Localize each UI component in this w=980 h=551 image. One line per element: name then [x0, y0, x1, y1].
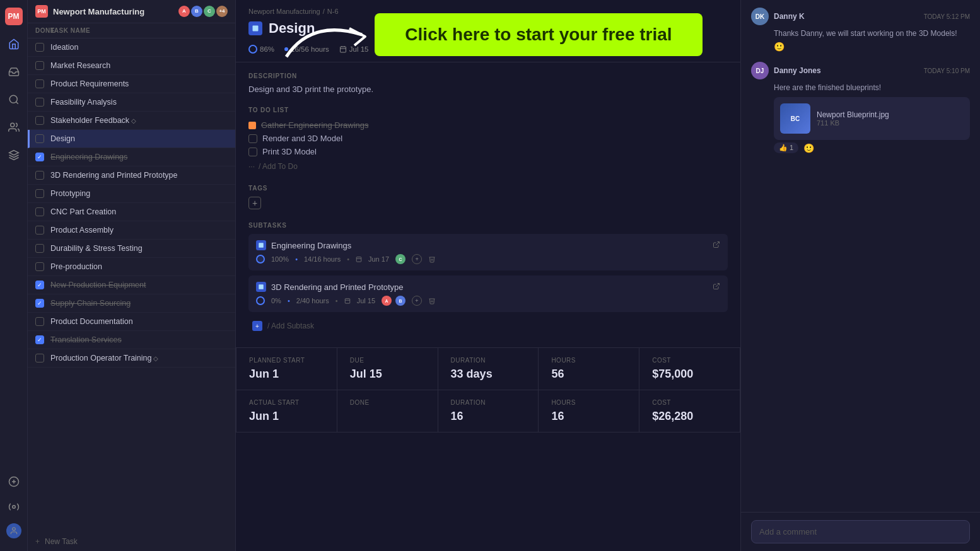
description-text: Design and 3D print the prototype.	[248, 84, 728, 94]
task-checkbox-5[interactable]	[35, 116, 44, 125]
add-task-row[interactable]: + New Task	[28, 532, 235, 551]
nav-layers-icon[interactable]	[5, 146, 23, 164]
task-checkbox-14[interactable]	[35, 281, 44, 289]
nav-home-icon[interactable]	[5, 35, 23, 53]
task-item-9[interactable]: Prototyping	[28, 185, 235, 203]
todo-done-icon	[248, 122, 256, 129]
actual-start-value: Jun 1	[249, 410, 324, 423]
actual-cost-value: $26,280	[652, 410, 727, 423]
add-subtask-button[interactable]: + / Add Subtask	[248, 317, 728, 335]
todo-check-2[interactable]	[248, 134, 257, 143]
task-item-3[interactable]: Product Requirements	[28, 75, 235, 93]
subtask-1-open-icon[interactable]	[713, 241, 720, 250]
task-checkbox-6[interactable]	[35, 134, 44, 143]
actual-done-label: DONE	[350, 399, 425, 406]
task-item-4[interactable]: Feasibility Analysis	[28, 93, 235, 112]
subtask-2-add-assignee[interactable]: +	[412, 296, 422, 306]
comment-input[interactable]	[751, 520, 970, 543]
task-name-11: Product Assembly	[50, 226, 228, 235]
subtask-item-2[interactable]: 3D Rendering and Printed Prototype 0% • …	[248, 276, 728, 312]
task-checkbox-16[interactable]	[35, 317, 44, 326]
todo-item-2[interactable]: Render and 3D Model	[248, 132, 728, 145]
nav-team-icon[interactable]	[5, 119, 23, 136]
task-item-2[interactable]: Market Research	[28, 57, 235, 75]
nav-inbox-icon[interactable]	[5, 63, 23, 81]
subtask-2-meta: 0% • 2/40 hours • Jul 15 A B +	[256, 296, 720, 306]
task-name-18: Production Operator Training	[50, 354, 228, 362]
task-checkbox-9[interactable]	[35, 189, 44, 198]
task-item-6[interactable]: Design	[28, 130, 235, 148]
cta-button[interactable]: Click here to start your free trial	[375, 13, 702, 56]
task-checkbox-10[interactable]	[35, 207, 44, 216]
subtask-2-open-icon[interactable]	[713, 282, 720, 292]
task-item-7[interactable]: Engineering Drawings	[28, 148, 235, 166]
comment-1-emoji[interactable]: 🙂	[774, 42, 785, 52]
subtask-1-delete-icon[interactable]	[428, 255, 436, 263]
task-item-16[interactable]: Product Documentation	[28, 313, 235, 331]
add-task-label: New Task	[45, 537, 78, 546]
subtask-2-icon	[256, 282, 266, 292]
subtask-item-1[interactable]: Engineering Drawings 100% • 14/16 hours …	[248, 234, 728, 270]
comment-2-author: Danny Jones	[774, 66, 919, 75]
app-icon[interactable]: PM	[5, 8, 23, 25]
task-item-14[interactable]: New Production Equipment	[28, 276, 235, 294]
subtask-1-add-assignee[interactable]: +	[412, 254, 422, 264]
subtask-2-delete-icon[interactable]	[428, 297, 436, 304]
nav-settings-icon[interactable]	[5, 498, 23, 516]
task-item-11[interactable]: Product Assembly	[28, 221, 235, 240]
main-detail-panel: Click here to start your free trial Newp…	[236, 0, 740, 551]
task-item-8[interactable]: 3D Rendering and Printed Prototype	[28, 166, 235, 185]
task-item-1[interactable]: Ideation	[28, 38, 235, 57]
task-checkbox-13[interactable]	[35, 262, 44, 271]
add-tag-button[interactable]: +	[248, 197, 261, 209]
description-label: DESCRIPTION	[248, 72, 728, 79]
task-name-10: CNC Part Creation	[50, 207, 228, 216]
task-checkbox-11[interactable]	[35, 226, 44, 235]
avatars-header: A B C +4	[178, 6, 228, 17]
task-checkbox-15[interactable]	[35, 299, 44, 308]
cost-value: $75,000	[652, 368, 727, 381]
task-list-scroll[interactable]: IdeationMarket ResearchProduct Requireme…	[28, 38, 235, 532]
task-checkbox-8[interactable]	[35, 171, 44, 180]
duration-cell: DURATION 33 days	[438, 348, 539, 390]
task-item-13[interactable]: Pre-production	[28, 258, 235, 276]
task-item-17[interactable]: Translation Services	[28, 331, 235, 349]
comment-2-emoji[interactable]: 🙂	[803, 143, 814, 153]
comment-1-author: Danny K	[774, 12, 919, 21]
task-checkbox-17[interactable]	[35, 335, 44, 344]
todo-text-1: Gather Engineering Drawings	[261, 120, 369, 130]
task-item-5[interactable]: Stakeholder Feedback	[28, 112, 235, 130]
project-title: Newport Manufacturing	[53, 7, 173, 16]
todo-item-1[interactable]: Gather Engineering Drawings	[248, 119, 728, 132]
due-label: DUE	[350, 357, 425, 364]
actual-done-cell: DONE	[337, 390, 438, 432]
hours-cell: HOURS 56	[539, 348, 639, 390]
task-item-12[interactable]: Durability & Stress Testing	[28, 240, 235, 258]
task-checkbox-12[interactable]	[35, 244, 44, 253]
attachment-thumbnail: BC	[780, 103, 810, 134]
task-item-10[interactable]: CNC Part Creation	[28, 203, 235, 221]
nav-search-icon[interactable]	[5, 91, 23, 108]
task-checkbox-3[interactable]	[35, 79, 44, 88]
task-name-4: Feasibility Analysis	[50, 98, 228, 107]
reaction-thumbs-up[interactable]: 👍 1	[774, 142, 798, 153]
task-list-panel: PM Newport Manufacturing A B C +4 DONE T…	[28, 0, 236, 551]
task-item-15[interactable]: Supply Chain Sourcing	[28, 294, 235, 313]
task-checkbox-7[interactable]	[35, 153, 44, 161]
nav-add-icon[interactable]	[5, 473, 23, 490]
todo-item-3[interactable]: Print 3D Model	[248, 145, 728, 158]
attachment-box[interactable]: BC Newport Blueprint.jpg 711 KB	[774, 97, 970, 140]
add-todo-button[interactable]: ··· / Add To Do	[248, 161, 728, 172]
nav-user-icon[interactable]	[6, 523, 21, 538]
actual-cost-label: COST	[652, 399, 727, 406]
planned-start-cell: PLANNED START Jun 1	[236, 348, 337, 390]
subtasks-label: SUBTASKS	[248, 222, 728, 229]
task-checkbox-4[interactable]	[35, 98, 44, 107]
task-checkbox-18[interactable]	[35, 354, 44, 362]
task-checkbox-1[interactable]	[35, 43, 44, 52]
task-item-18[interactable]: Production Operator Training	[28, 349, 235, 368]
comment-list: DK Danny K TODAY 5:12 PM Thanks Danny, w…	[741, 0, 980, 512]
svg-point-7	[12, 506, 15, 509]
task-checkbox-2[interactable]	[35, 61, 44, 70]
todo-check-3[interactable]	[248, 148, 257, 156]
